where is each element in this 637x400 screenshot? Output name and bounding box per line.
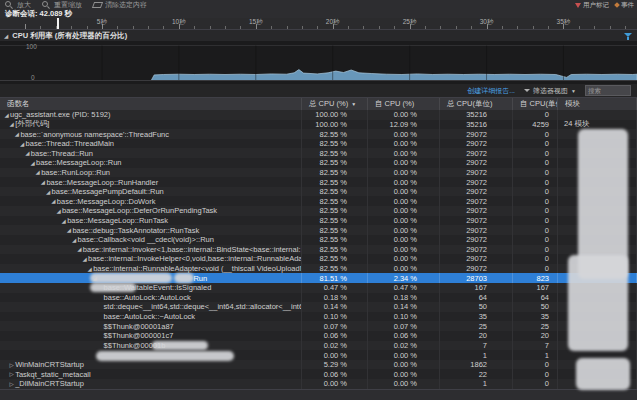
table-row[interactable]: ◢base::RunLoop::Run82.55 %0.00 %290720 <box>0 168 637 178</box>
expander-spacer <box>97 335 104 336</box>
table-row[interactable]: ▷Taskqt_static_metacall0.06 %0.00 %220 <box>0 369 637 379</box>
total-cpu-units-cell: 29072 <box>440 216 513 226</box>
expanded-icon[interactable]: ◢ <box>8 121 15 127</box>
self-cpu-pct-cell: 0.00 % <box>368 225 440 235</box>
table-row[interactable]: ◢base::Thread::Run82.55 %0.00 %290720 <box>0 148 637 158</box>
ruler-tick <box>87 26 88 29</box>
self-cpu-units-cell: 0 <box>513 206 558 216</box>
cpu-section-header[interactable]: ◢ CPU 利用率 (所有处理器的百分比) <box>0 30 637 41</box>
ruler-tick <box>379 26 380 29</box>
total-cpu-units-cell: 29072 <box>440 235 513 245</box>
collapsed-icon[interactable]: ▷ <box>8 371 15 377</box>
total-cpu-units-cell: 167 <box>440 283 513 293</box>
expanded-icon[interactable]: ◢ <box>29 160 36 166</box>
timeline-ruler[interactable]: 5秒10秒15秒20秒25秒30秒35秒 <box>0 18 637 30</box>
table-row[interactable]: base::AutoLock::AutoLock0.18 %0.18 %6464 <box>0 293 637 303</box>
ruler-tick <box>148 26 149 29</box>
module-cell <box>558 369 637 379</box>
expanded-icon[interactable]: ◢ <box>55 208 62 214</box>
search-input[interactable] <box>585 85 631 96</box>
expanded-icon[interactable]: ◢ <box>24 150 31 156</box>
table-row[interactable]: ◢base::MessagePumpDefault::Run82.55 %0.0… <box>0 187 637 197</box>
table-row[interactable]: $$Thunk@000001c70.06 %0.06 %2020 <box>0 331 637 341</box>
self-cpu-units-cell: 0 <box>513 110 558 120</box>
total-cpu-pct-cell: 81.51 % <box>302 273 368 283</box>
total-cpu-units-cell: 29072 <box>440 225 513 235</box>
zoom-in-icon <box>5 1 14 9</box>
table-row[interactable]: ◢Run81.51 %2.34 %28703823 <box>0 273 637 283</box>
function-name-cell <box>0 350 302 360</box>
column-header-5[interactable]: 模块 <box>558 98 637 110</box>
expanded-icon[interactable]: ◢ <box>91 275 98 281</box>
table-row[interactable]: ◢ugc_assistant.exe (PID: 5192)100.00 %0.… <box>0 110 637 120</box>
table-row[interactable]: ◢base::MessageLoop::DoWork82.55 %0.00 %2… <box>0 196 637 206</box>
table-row[interactable]: base::WaitableEvent::IsSignaled0.47 %0.4… <box>0 283 637 293</box>
column-header-1[interactable]: 总 CPU (%)▼ <box>302 98 368 110</box>
module-cell <box>558 379 637 389</box>
table-row[interactable]: $$Thunk@00001a870.07 %0.07 %2525 <box>0 321 637 331</box>
cpu-utilization-chart[interactable]: 100 0 <box>0 41 637 84</box>
total-cpu-units-cell: 1862 <box>440 360 513 370</box>
column-header-4[interactable]: 自 CPU(单位) <box>513 98 558 110</box>
filter-view-dropdown[interactable]: 筛选器视图 ▼ <box>524 86 576 96</box>
section-expander-icon[interactable]: ◢ <box>4 33 8 39</box>
table-row[interactable]: 0.00 %0.00 %11 <box>0 350 637 360</box>
function-name-cell: ◢base::Thread::ThreadMain <box>0 139 302 149</box>
table-row[interactable]: ◢base::MessageLoop::DeferOrRunPendingTas… <box>0 206 637 216</box>
table-row[interactable]: $$Thunk@00001b0.02 %0.02 %77 <box>0 341 637 351</box>
ruler-tick <box>517 26 518 29</box>
table-row[interactable]: ▷WinMainCRTStartup5.29 %0.00 %18620 <box>0 360 637 370</box>
column-header-2[interactable]: 自 CPU (%) <box>368 98 440 110</box>
sort-caret-icon: ▼ <box>351 101 356 107</box>
total-cpu-units-cell: 50 <box>440 302 513 312</box>
expanded-icon[interactable]: ◢ <box>50 198 57 204</box>
create-detailed-report-link[interactable]: 创建详细报告... <box>467 86 515 96</box>
table-row[interactable]: std::deque<__int64,std::deque<__int64,st… <box>0 302 637 312</box>
table-row[interactable]: ◢base::MessageLoop::RunTask82.55 %0.00 %… <box>0 216 637 226</box>
table-row[interactable]: ◢base::Thread::ThreadMain82.55 %0.00 %29… <box>0 139 637 149</box>
table-row[interactable]: ◢base::Callback<void __cdecl(void)>::Run… <box>0 235 637 245</box>
table-row[interactable]: ◢base::internal::RunnableAdapter<void (_… <box>0 264 637 274</box>
total-cpu-pct-cell: 82.55 % <box>302 168 368 178</box>
ruler-tick <box>471 26 472 29</box>
column-header-3[interactable]: 总 CPU(单位) <box>440 98 513 110</box>
expanded-icon[interactable]: ◢ <box>19 141 26 147</box>
module-cell <box>558 283 637 293</box>
ruler-tick-label: 20秒 <box>326 18 340 27</box>
expanded-icon[interactable]: ◢ <box>39 179 46 185</box>
expanded-icon[interactable]: ◢ <box>71 237 78 243</box>
total-cpu-units-cell: 22 <box>440 369 513 379</box>
filter-icon[interactable] <box>624 33 632 37</box>
module-cell <box>558 360 637 370</box>
expanded-icon[interactable]: ◢ <box>45 189 52 195</box>
function-name-cell: ◢[外部代码] <box>0 120 302 130</box>
column-header-label: 总 CPU (%) <box>309 99 348 109</box>
table-row[interactable]: ◢base::debug::TaskAnnotator::RunTask82.5… <box>0 225 637 235</box>
legend-item: 事件 <box>615 1 634 10</box>
expanded-icon[interactable]: ◢ <box>34 169 41 175</box>
column-header-0[interactable]: 函数名 <box>0 98 302 110</box>
total-cpu-units-cell: 29072 <box>440 187 513 197</box>
table-row[interactable]: base::AutoLock::~AutoLock0.10 %0.10 %353… <box>0 312 637 322</box>
collapsed-icon[interactable]: ▷ <box>8 362 15 368</box>
legend-item: 用户标记 <box>575 1 609 10</box>
table-row[interactable]: ◢base::MessageLoop::Run82.55 %0.00 %2907… <box>0 158 637 168</box>
ruler-tick <box>25 24 26 29</box>
table-row[interactable]: ◢[外部代码]100.00 %12.09 %35216425924 模块 <box>0 120 637 130</box>
function-name: base::Thread::ThreadMain <box>26 139 114 148</box>
expanded-icon[interactable]: ◢ <box>86 266 93 272</box>
table-row[interactable]: ◢base::`anonymous namespace'::ThreadFunc… <box>0 129 637 139</box>
expanded-icon[interactable]: ◢ <box>60 218 67 224</box>
expanded-icon[interactable]: ◢ <box>81 256 88 262</box>
table-row[interactable]: ▷_DllMainCRTStartup0.00 %0.00 %10 <box>0 379 637 389</box>
expanded-icon[interactable]: ◢ <box>76 246 83 252</box>
table-row[interactable]: ◢base::internal::InvokeHelper<0,void,bas… <box>0 254 637 264</box>
ruler-tick <box>240 26 241 29</box>
clear-selection-button[interactable]: 清除选定内容 <box>93 0 147 10</box>
table-row[interactable]: ◢base::MessageLoop::RunHandler82.55 %0.0… <box>0 177 637 187</box>
expanded-icon[interactable]: ◢ <box>3 112 10 118</box>
expanded-icon[interactable]: ◢ <box>65 227 72 233</box>
expanded-icon[interactable]: ◢ <box>13 131 20 137</box>
timeline-playhead[interactable] <box>57 18 59 29</box>
table-row[interactable]: ◢base::internal::Invoker<1,base::interna… <box>0 245 637 255</box>
